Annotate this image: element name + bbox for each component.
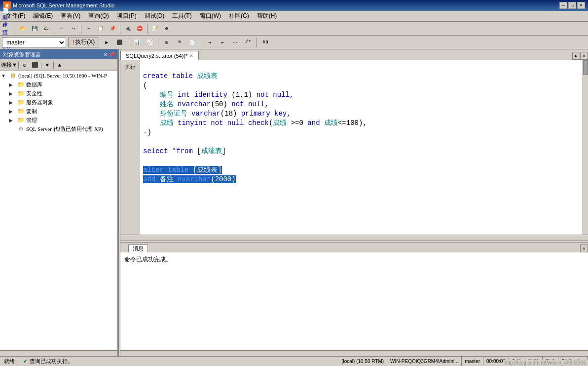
undo-btn[interactable]: ↩ <box>56 23 67 34</box>
kw-and: and <box>307 119 320 127</box>
check-op2: <=100) <box>338 119 363 127</box>
include-plan-btn[interactable]: 📊 <box>131 37 142 48</box>
comment-btn[interactable]: -- <box>230 37 241 48</box>
indent-btn[interactable]: ⇥ <box>204 37 215 48</box>
comma4: , <box>363 119 367 127</box>
tab-scroll-right[interactable]: ▶ <box>572 52 580 60</box>
status-user-item: WIN-PEQOIQ3GRM4\Admini... <box>387 357 462 366</box>
check-op1: >=0 <box>291 119 303 127</box>
kw-not1: not <box>257 91 269 99</box>
keyword-table: table <box>172 72 193 80</box>
close-panel-btn[interactable]: ✕ <box>580 52 588 60</box>
panel-sep-1 <box>18 62 19 69</box>
results-panel: 消息 ✕ 命令已成功完成。 <box>120 243 588 356</box>
type-tinyint: tinyint <box>178 119 207 127</box>
parse-btn[interactable]: ▶ <box>101 37 112 48</box>
menu-community[interactable]: 社区(C) <box>225 12 253 21</box>
paste-btn[interactable]: 📌 <box>107 23 118 34</box>
menu-window[interactable]: 窗口(W) <box>196 12 225 21</box>
panel-header-controls[interactable]: ✕ 📌 <box>104 52 114 57</box>
code-hscroll[interactable] <box>120 235 588 241</box>
title-bar-controls[interactable]: ─ □ ✕ <box>559 2 585 9</box>
replication-folder-icon: 📁 <box>17 107 25 115</box>
stop-oe-btn[interactable]: ⬛ <box>30 61 40 70</box>
unindent-btn[interactable]: ⇤ <box>217 37 228 48</box>
uncomment-btn[interactable]: /* <box>243 37 254 48</box>
font-btn[interactable]: Aa <box>260 37 271 48</box>
tree-security-node[interactable]: ▶ 📁 安全性 <box>0 89 117 98</box>
security-folder-icon: 📁 <box>17 89 25 97</box>
server-label: (local) (SQL Server 10.50.1600 - WIN-P <box>18 73 107 79</box>
save-btn[interactable]: 💾 <box>29 23 40 34</box>
connect-btn[interactable]: 🔌 <box>122 23 133 34</box>
scrollbar-thumb-v[interactable] <box>583 60 588 75</box>
redo-btn[interactable]: ↪ <box>68 23 79 34</box>
check-col2: 成绩 <box>324 119 338 127</box>
open-btn[interactable]: 📂 <box>17 23 28 34</box>
cut-btn[interactable]: ✂ <box>83 23 94 34</box>
results-close-btn[interactable]: ✕ <box>580 244 588 252</box>
save-all-btn[interactable]: 🗂 <box>41 23 52 34</box>
security-label: 安全性 <box>26 90 42 97</box>
code-scrollbar-v[interactable] <box>582 60 588 235</box>
register-btn[interactable]: 📝 <box>149 23 160 34</box>
connect-btn-label[interactable]: 连接▼ <box>1 61 17 69</box>
tree-server-node[interactable]: ▼ 🖥 (local) (SQL Server 10.50.1600 - WIN… <box>0 71 117 80</box>
tree-sql-agent-node[interactable]: ⚙ SQL Server 代理(已禁用代理 XP) <box>0 124 117 133</box>
results-grid-btn[interactable]: ⊞ <box>161 37 172 48</box>
copy-btn[interactable]: 📋 <box>95 23 106 34</box>
results-text-btn[interactable]: ≡ <box>174 37 185 48</box>
execute-button[interactable]: ! 执行(X) <box>68 38 99 47</box>
menu-bar: 文件(F) 编辑(E) 查看(V) 查询(Q) 项目(P) 调试(D) 工具(T… <box>0 11 588 22</box>
panel-close-btn[interactable]: ✕ <box>104 52 108 57</box>
col-chengji: 成绩 <box>160 119 174 127</box>
minimize-button[interactable]: ─ <box>559 2 567 9</box>
filter-btn[interactable]: ▼ <box>42 61 52 70</box>
menu-query[interactable]: 查询(Q) <box>84 12 112 21</box>
panel-pin-btn[interactable]: 📌 <box>109 52 114 57</box>
kw-identity: identity <box>194 91 227 99</box>
status-db-item: master <box>462 357 483 366</box>
tree-view: ▼ 🖥 (local) (SQL Server 10.50.1600 - WIN… <box>0 71 117 350</box>
results-messages-tab[interactable]: 消息 <box>128 244 148 252</box>
watermark-url: http://blog.csdn.net/weixin_46902306 <box>503 360 588 366</box>
messages-tab-label: 消息 <box>133 245 144 252</box>
results-file-btn[interactable]: 📄 <box>187 37 198 48</box>
query-tab-bar: SQLQuery2.s...ator (54))* ✕ ▶ ✕ <box>120 49 588 60</box>
toolbar-sep-2 <box>54 24 54 34</box>
disconnect-btn[interactable]: ⛔ <box>134 23 145 34</box>
stop-btn[interactable]: ⬛ <box>114 37 125 48</box>
menu-project[interactable]: 项目(P) <box>113 12 141 21</box>
tree-replication-node[interactable]: ▶ 📁 复制 <box>0 107 117 116</box>
toolbar-sep-4 <box>120 24 120 34</box>
tree-management-node[interactable]: ▶ 📁 管理 <box>0 116 117 124</box>
include-stats-btn[interactable]: 📈 <box>144 37 155 48</box>
from-table: 成绩表 <box>201 147 222 155</box>
object-explorer-header: 对象资源管理器 ✕ 📌 <box>0 49 117 59</box>
tree-databases-node[interactable]: ▶ 📁 数据库 <box>0 80 117 89</box>
restore-button[interactable]: □ <box>568 2 576 9</box>
tree-server-objects-node[interactable]: ▶ 📁 服务器对象 <box>0 98 117 107</box>
tab-close-btn[interactable]: ✕ <box>189 53 193 58</box>
collapse-btn[interactable]: ▲ <box>55 61 65 70</box>
close-button[interactable]: ✕ <box>577 2 585 9</box>
management-folder-icon: 📁 <box>17 116 25 124</box>
query-tab-1[interactable]: SQLQuery2.s...ator (54))* ✕ <box>120 51 199 60</box>
bracket-close: ] <box>222 147 226 155</box>
code-editor[interactable]: create table 成绩表 ( 编号 int identity (1,1)… <box>140 60 582 235</box>
new-query-btn[interactable]: 📄 新建查询(N) <box>2 23 13 34</box>
query-tab-label: SQLQuery2.s...ator (54))* <box>126 53 187 59</box>
settings-btn[interactable]: ⚙ <box>161 23 172 34</box>
menu-view[interactable]: 查看(V) <box>57 12 84 21</box>
menu-edit[interactable]: 编辑(E) <box>29 12 57 21</box>
title-bar-left: ▣ Microsoft SQL Server Management Studio <box>3 1 114 9</box>
results-hscroll[interactable] <box>120 350 588 356</box>
databases-expand-icon: ▶ <box>9 82 17 87</box>
database-selector[interactable]: master <box>2 38 66 47</box>
kw-key: key <box>274 110 287 118</box>
menu-debug[interactable]: 调试(D) <box>141 12 169 21</box>
refresh-btn[interactable]: ↻ <box>20 61 30 70</box>
menu-tools[interactable]: 工具(T) <box>168 12 195 21</box>
replication-expand-icon: ▶ <box>9 109 17 114</box>
menu-help[interactable]: 帮助(H) <box>253 12 281 21</box>
